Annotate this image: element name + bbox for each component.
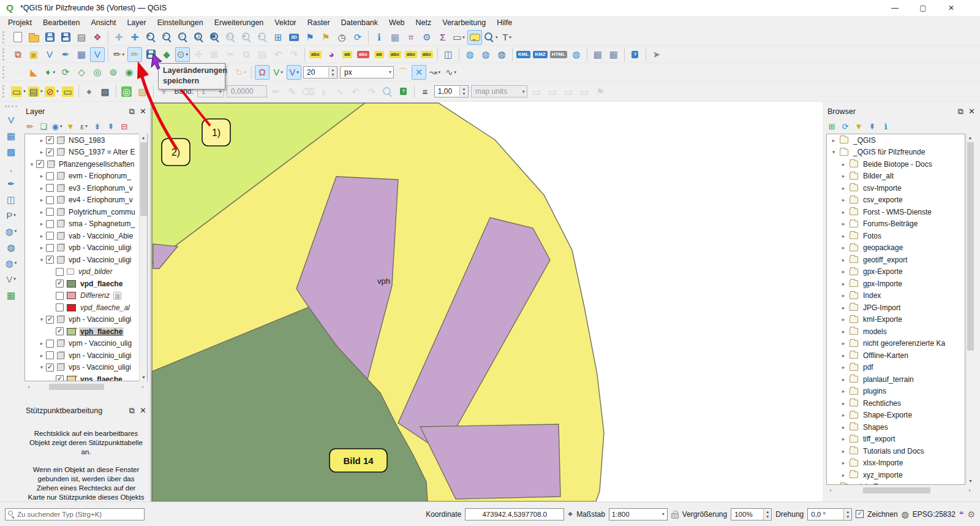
expander-icon[interactable]: ▸ [839,197,848,203]
move-feature-copy-button[interactable]: ➧▾ [42,65,57,80]
new-spatialite-layer-button[interactable]: ✒ [58,47,73,62]
add-ring-button[interactable]: ◎ [90,65,105,80]
layer-tree-hscrollbar[interactable]: ‹ › [24,383,147,391]
change-label-properties-button[interactable]: abc [420,47,434,62]
layer-item[interactable]: ▸vpn - Vaccinio_uligi [25,349,147,362]
layer-tree-vscrollbar[interactable]: ▲ ▼ [139,134,147,381]
browser-item[interactable]: ▸xlsx-Importe [827,457,965,470]
filter-legend-button[interactable]: ▼ [64,120,77,132]
db-manager-button[interactable]: ◫ [441,47,456,62]
menu-item-netz[interactable]: Netz [410,17,437,28]
map-tips-button[interactable] [467,30,482,45]
browser-item[interactable]: ▸Fotos [827,230,965,242]
visibility-checkbox[interactable] [56,375,64,381]
expander-icon[interactable]: ▸ [37,209,46,215]
expander-icon[interactable]: ▸ [839,412,848,418]
browser-item[interactable]: ▸_QGIS [827,134,965,147]
visibility-checkbox[interactable] [46,220,54,228]
show-statistics-button[interactable]: Σ [435,30,450,45]
scale-combo[interactable]: 1:800▾ [609,508,668,520]
browser-item[interactable]: ▸nicht georeferenzierte Ka [827,338,965,350]
toolbar-handle[interactable] [2,66,8,78]
pin-unpin-labels-button[interactable]: ab [340,47,355,62]
fill-ring-button[interactable]: ◉ [122,65,137,80]
text-annotation-button[interactable]: T▾ [500,30,514,45]
menu-item-datenbank[interactable]: Datenbank [336,17,383,28]
expander-icon[interactable]: ▸ [839,281,848,287]
expander-icon[interactable]: ▸ [829,137,838,143]
close-panel-icon[interactable]: ✕ [140,107,146,116]
raster-eraser-button[interactable]: ⌫ [301,84,315,99]
expander-icon[interactable]: ▸ [37,137,46,143]
copy-features-button[interactable]: ⧉ [239,47,254,62]
menu-item-projekt[interactable]: Projekt [2,17,37,28]
menu-item-ansicht[interactable]: Ansicht [85,17,121,28]
snap-to-segment-button[interactable]: V▾ [287,65,301,80]
raster-value[interactable]: 0,0000 [227,85,267,97]
coordinate-field[interactable]: 473942.4,5397708.0 [465,508,564,520]
layer-item[interactable]: ▾vph - Vaccinio_uligi [25,314,147,326]
expander-icon[interactable]: ▸ [37,149,46,155]
cad-input-button[interactable]: ◌ [10,65,25,80]
serval-help-button[interactable]: ? [396,84,411,99]
browser-item[interactable]: ▸models [827,326,965,338]
expander-icon[interactable]: ▸ [37,173,46,179]
layer-item[interactable]: vpd_flaeche_al [25,302,147,314]
layer-diagram-options-button[interactable]: ◕ [324,47,339,62]
crs-globe-icon[interactable]: ◍ [902,509,909,519]
layer-item[interactable]: ✏vph_flaeche [25,326,147,338]
layer-item[interactable]: vpd_bilder [25,266,147,278]
layer-item[interactable]: Differenz▥ [25,290,147,302]
project-save-as-button[interactable]: + [58,30,73,45]
help-button-button[interactable]: ? [628,47,643,62]
visibility-checkbox[interactable] [56,303,64,311]
menu-item-bearbeiten[interactable]: Bearbeiten [37,17,85,28]
mesh-flag-button[interactable]: ⚑ [593,84,608,99]
filter-browser-button[interactable]: ▼ [853,120,865,132]
visibility-checkbox[interactable] [36,160,44,168]
snapping-on-intersection-button[interactable]: ✕ [412,65,426,80]
current-edits-button[interactable]: ✏▾ [111,47,126,62]
layer-item[interactable]: ▸NSG_1937 = Alter E [25,147,147,159]
minimize-button[interactable]: — [881,0,909,16]
browser-item[interactable]: ▸tiff_export [827,433,965,446]
visibility-checkbox[interactable] [46,184,54,192]
expander-icon[interactable]: ▸ [839,472,848,478]
expander-icon[interactable]: ▸ [37,221,46,227]
new-temporary-scratch-layer-button[interactable]: V [90,47,105,62]
cad-construction-button[interactable]: ◣ [26,65,41,80]
mesh-select-button[interactable]: ▭ [545,84,560,99]
browser-vscrollbar[interactable]: ▲ ▼ [966,134,974,485]
toolbar-handle[interactable] [2,31,8,44]
browser-item[interactable]: ▸JPG-Import [827,302,965,314]
paste-features-button[interactable]: ▤ [255,47,270,62]
expander-icon[interactable]: ▸ [839,257,848,263]
statistical-summary-button[interactable]: ⌗ [404,30,418,45]
zoom-next-button[interactable]: ▸ [255,30,270,45]
identify-features-button[interactable]: ℹ [372,30,386,45]
expander-icon[interactable]: ▸ [839,316,848,322]
move-feature-button[interactable]: ✢ [191,47,206,62]
visibility-checkbox[interactable] [46,172,54,180]
open-data-source-manager-button[interactable]: ⧉ [10,47,25,62]
add-delimited-text-layer-button[interactable]: , [4,160,18,175]
layer-item[interactable]: ▸evm - Eriophorum_ [25,170,147,183]
redo-button[interactable]: ↷ [287,47,301,62]
visibility-checkbox[interactable] [46,232,54,240]
mouse-position-icon[interactable]: ⌖ [568,509,573,519]
add-polygon-feature-button[interactable]: ◆ [159,47,174,62]
expander-icon[interactable]: ▸ [839,460,848,466]
browser-item[interactable]: ▸Index [827,290,965,302]
html-tools-button[interactable]: HTML [549,47,568,62]
raster-undo-button[interactable]: ↶ [349,84,363,99]
expander-icon[interactable]: ▸ [839,161,848,167]
vertex-tool-button[interactable]: ⊙▾ [175,47,190,62]
browser-item[interactable]: ▸Offline-Karten [827,349,965,362]
project-save-button[interactable] [42,30,57,45]
pan-to-selection-button[interactable]: ✚ [127,30,142,45]
zoom-out-button[interactable]: − [159,30,174,45]
menu-item-web[interactable]: Web [383,17,410,28]
visibility-checkbox[interactable] [56,268,64,276]
mesh-width[interactable]: 1,00▲▼ [434,85,469,97]
layer-item[interactable]: vpd_flaeche [25,278,147,290]
